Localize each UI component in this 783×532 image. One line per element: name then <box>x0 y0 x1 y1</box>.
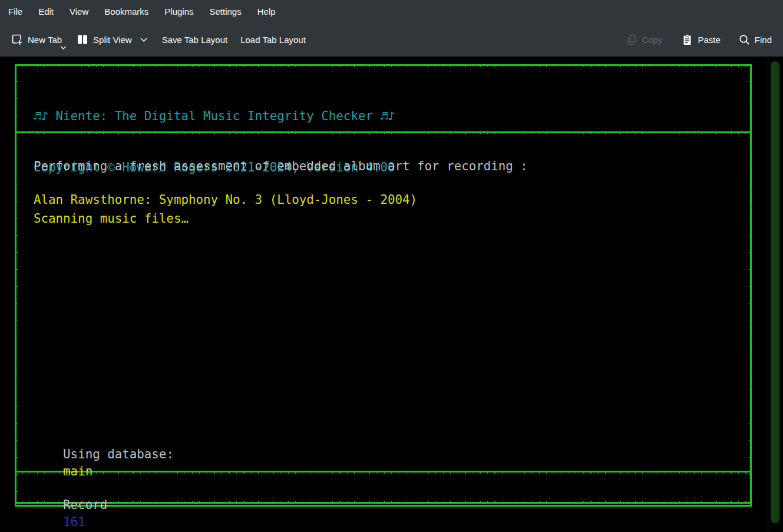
new-tab-button[interactable]: New Tab <box>11 33 62 46</box>
split-view-button[interactable]: Split View <box>76 33 148 46</box>
load-tab-layout-button[interactable]: Load Tab Layout <box>240 35 306 45</box>
menu-settings[interactable]: Settings <box>210 6 242 16</box>
terminal-scrollbar[interactable] <box>768 57 783 532</box>
database-label: Using database: <box>63 447 181 461</box>
menu-bookmarks[interactable]: Bookmarks <box>104 6 148 16</box>
search-icon <box>738 34 751 46</box>
load-tab-layout-label: Load Tab Layout <box>240 35 306 45</box>
paste-label: Paste <box>698 35 720 45</box>
split-view-label: Split View <box>93 35 132 45</box>
menu-plugins[interactable]: Plugins <box>164 6 193 16</box>
menu-bar: File Edit View Bookmarks Plugins Setting… <box>0 0 783 22</box>
main-toolbar: New Tab Split View Save Ta <box>0 22 783 57</box>
menu-help[interactable]: Help <box>257 6 276 16</box>
chevron-down-icon[interactable] <box>60 45 67 51</box>
scan-status: Scanning music files… <box>34 210 395 227</box>
copy-icon <box>625 34 637 46</box>
assessment-line: Performing a fresh assessment of embedde… <box>34 158 528 175</box>
menu-file[interactable]: File <box>8 6 22 16</box>
tab-new-icon <box>11 33 24 46</box>
frame-bottom-border <box>15 505 752 507</box>
menu-view[interactable]: View <box>70 6 88 16</box>
record-current: 161 <box>63 515 85 529</box>
database-name: main <box>63 464 92 478</box>
record-bar-bottom-border <box>15 502 752 504</box>
save-tab-layout-label: Save Tab Layout <box>162 35 227 45</box>
paste-icon <box>681 34 693 46</box>
find-label: Find <box>755 35 772 45</box>
frame-right-border <box>750 64 752 506</box>
app-title: ♬♪ Niente: The Digital Music Integrity C… <box>34 108 395 125</box>
save-tab-layout-button[interactable]: Save Tab Layout <box>162 35 227 45</box>
record-bar: Record 161 / 15701 <box>34 480 115 532</box>
terminal-screen[interactable]: ♬♪ Niente: The Digital Music Integrity C… <box>0 57 783 532</box>
paste-button[interactable]: Paste <box>681 34 720 46</box>
menu-edit[interactable]: Edit <box>38 6 54 16</box>
find-button[interactable]: Find <box>738 34 772 46</box>
record-label: Record <box>63 498 115 512</box>
recording-title: Alan Rawsthorne: Symphony No. 3 (Lloyd-J… <box>34 191 417 209</box>
copy-label: Copy <box>642 35 662 45</box>
frame-left-border <box>15 64 16 506</box>
window-chrome: File Edit View Bookmarks Plugins Setting… <box>0 0 783 57</box>
frame-top-border <box>15 64 752 66</box>
scrollbar-thumb[interactable] <box>771 61 779 523</box>
new-tab-label: New Tab <box>28 35 62 45</box>
copy-button[interactable]: Copy <box>625 34 662 46</box>
chevron-down-icon[interactable] <box>140 37 148 43</box>
split-view-icon <box>76 33 89 46</box>
